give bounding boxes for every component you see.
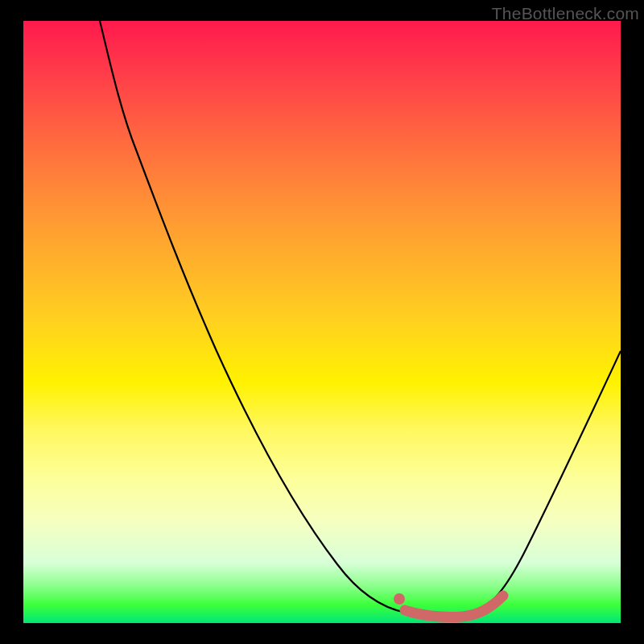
marker-dot [394,593,405,605]
watermark-text: TheBottleneck.com [492,4,639,23]
chart-area [23,21,621,623]
optimal-marker [23,21,621,623]
marker-segment [405,596,503,617]
